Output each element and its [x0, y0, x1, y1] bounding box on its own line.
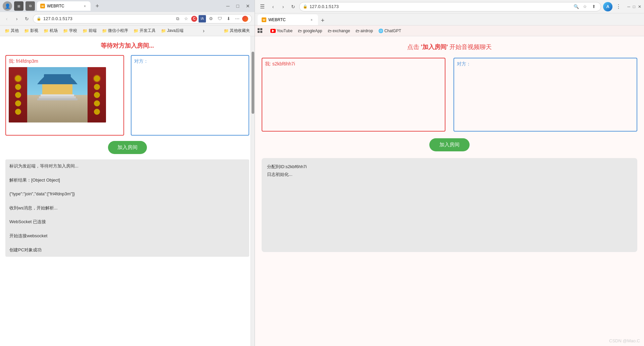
bookmark-qianduan-label: 前端: [89, 28, 97, 34]
right-join-btn[interactable]: 加入房间: [429, 138, 470, 151]
left-extension-icon[interactable]: C: [191, 16, 197, 22]
bookmark-jichang-label: 机场: [50, 28, 58, 34]
left-maximize-btn[interactable]: □: [234, 3, 241, 9]
temple-body: [42, 84, 72, 94]
right-page-content: 点击 '加入房间' 开始音视频聊天 我: s2kbf6hh7i 对方： 加入房间…: [255, 36, 644, 346]
left-address-field[interactable]: 🔒 127.0.0.1:5173 ⧉ ☆ C IA ⚙ 🛡 ⬇ ⋯: [33, 14, 252, 23]
folder-icon-java: 📁: [161, 29, 166, 33]
bookmark-chatgpt-label: ChatGPT: [384, 29, 401, 33]
bookmark-exchange-label: exchange: [333, 29, 350, 33]
left-scrollbar[interactable]: [251, 36, 255, 346]
right-new-tab-btn[interactable]: +: [318, 16, 327, 25]
right-star-icon[interactable]: ☆: [581, 3, 589, 10]
right-local-label: 我: s2kbf6hh7i: [265, 61, 442, 67]
right-share-icon[interactable]: ⬆: [590, 3, 597, 10]
right-titlebar: ☰ ‹ › ↻ 🔒 127.0.0.1:5173 🔍 ☆ ⬆ A ⋮ ─ □ ✕: [255, 0, 644, 13]
right-tab-bar: W WEBRTC × +: [255, 13, 644, 26]
bookmark-exchange[interactable]: 🗁 exchange: [326, 28, 352, 34]
left-ia-icon[interactable]: IA: [199, 15, 206, 22]
left-join-btn[interactable]: 加入房间: [108, 141, 147, 154]
left-active-tab[interactable]: W WEBRTC ×: [37, 1, 91, 11]
right-local-video-panel: 我: s2kbf6hh7i: [262, 58, 445, 132]
bookmark-java[interactable]: 📁 Java后端: [159, 27, 185, 34]
left-download-icon[interactable]: ⬇: [225, 15, 232, 22]
folder-icon-others: 📁: [224, 29, 229, 33]
bookmark-jichang[interactable]: 📁 机场: [42, 27, 60, 34]
right-pillar: [88, 67, 106, 122]
left-back-btn[interactable]: ‹: [3, 15, 11, 23]
bookmark-qita[interactable]: 📁 其他: [3, 27, 21, 34]
right-address-text: 127.0.0.1:5173: [310, 4, 571, 9]
bookmark-other-collections[interactable]: 📁 其他收藏夹: [222, 27, 252, 34]
log-line-4: WebSocket 已连接: [9, 218, 245, 226]
right-forward-btn[interactable]: ›: [279, 3, 287, 11]
left-vivaldi-icon[interactable]: [242, 16, 248, 22]
bookmark-other-label: 其他收藏夹: [230, 28, 250, 34]
left-gold-knob-4: [15, 100, 21, 106]
left-browser-window: 👤 ⊞ ⧉ W WEBRTC × + ─ □ ✕ ‹ › ↻ 🔒 127.0.0…: [0, 0, 255, 346]
chatgpt-icon: 🌐: [378, 29, 383, 33]
right-maximize-btn[interactable]: □: [633, 4, 635, 9]
right-minimize-btn[interactable]: ─: [627, 4, 630, 9]
right-gold-knob-5: [94, 109, 100, 115]
right-sidebar-toggle[interactable]: ☰: [258, 2, 267, 11]
svg-rect-3: [260, 31, 262, 33]
right-tab-close-btn[interactable]: ×: [309, 17, 314, 22]
right-apps-icon[interactable]: [258, 27, 267, 35]
left-more-icon[interactable]: ⋯: [233, 15, 241, 22]
left-tab-favicon: W: [40, 4, 45, 8]
bookmark-googleapp[interactable]: 🗁 googleApp: [296, 28, 324, 34]
bookmark-java-label: Java后端: [167, 28, 183, 34]
left-titlebar: 👤 ⊞ ⧉ W WEBRTC × + ─ □ ✕: [0, 0, 255, 12]
right-profile-btn[interactable]: A: [603, 2, 612, 11]
bookmark-yingshi[interactable]: 📁 影视: [22, 27, 40, 34]
right-back-btn[interactable]: ‹: [269, 3, 277, 11]
right-active-tab[interactable]: W WEBRTC ×: [258, 14, 318, 25]
left-new-tab-btn[interactable]: +: [93, 1, 102, 11]
log-line-1: 解析结果：[Object Object]: [9, 177, 245, 184]
bookmark-googleapp-label: googleApp: [303, 29, 322, 33]
left-star-icon[interactable]: ☆: [182, 15, 190, 22]
svg-rect-1: [260, 28, 262, 30]
left-minimize-btn[interactable]: ─: [224, 3, 232, 9]
left-tab-stack-icon[interactable]: ⧉: [25, 1, 35, 11]
right-address-field[interactable]: 🔒 127.0.0.1:5173 🔍 ☆ ⬆: [299, 2, 601, 11]
right-zoom-icon[interactable]: 🔍: [573, 3, 580, 10]
left-log-panel[interactable]: 标识为发起端，等待对方加入房间... 解析结果：[Object Object] …: [5, 159, 249, 257]
left-close-btn[interactable]: ✕: [244, 3, 252, 9]
left-screen-share-icon[interactable]: ⧉: [174, 15, 181, 22]
folder-icon: 📁: [5, 29, 10, 33]
left-gold-knob-3: [15, 92, 21, 98]
right-win-controls: ─ □ ✕: [627, 4, 641, 9]
log-line-2: {"type":"join","data":["frl4fdnp3m"]}: [9, 191, 245, 198]
folder-icon-xuexiao: 📁: [63, 29, 68, 33]
left-forward-btn[interactable]: ›: [13, 15, 21, 23]
temple-roof-mid: [41, 77, 74, 80]
left-local-label: 我: frl4fdnp3m: [9, 58, 121, 64]
left-settings-icon[interactable]: ⚙: [207, 15, 215, 22]
left-shield-icon[interactable]: 🛡: [216, 15, 223, 22]
right-gold-knob-4: [94, 100, 100, 106]
left-refresh-btn[interactable]: ↻: [23, 15, 31, 23]
bookmark-airdrop-label: airdrop: [361, 29, 373, 33]
right-refresh-btn[interactable]: ↻: [289, 3, 297, 11]
bookmark-weixin[interactable]: 📁 微信小程序: [100, 27, 130, 34]
bookmark-youtube[interactable]: YouTube: [268, 28, 294, 34]
left-tab-close-btn[interactable]: ×: [83, 4, 87, 8]
left-browser-icon[interactable]: ⊞: [14, 1, 23, 11]
left-page-title: 等待对方加入房间...: [101, 42, 154, 50]
bookmark-xuexiao[interactable]: 📁 学校: [61, 27, 79, 34]
left-profile-icon[interactable]: 👤: [3, 1, 12, 11]
left-page-content: 等待对方加入房间... 我: frl4fdnp3m: [0, 36, 255, 346]
bookmark-kaifa[interactable]: 📁 开发工具: [131, 27, 158, 34]
bookmark-airdrop[interactable]: 🗁 airdrop: [354, 28, 375, 34]
right-gold-knob-1: [94, 76, 100, 82]
bookmark-chatgpt[interactable]: 🌐 ChatGPT: [376, 28, 403, 34]
right-close-btn[interactable]: ✕: [638, 4, 641, 9]
right-log-panel[interactable]: 分配到ID:s2kbf6hh7i 日志初始化...: [262, 158, 637, 252]
bookmark-xuexiao-label: 学校: [69, 28, 77, 34]
right-tab-favicon: W: [262, 17, 266, 22]
bookmark-qianduan[interactable]: 📁 前端: [80, 27, 99, 34]
left-bookmarks-more-btn[interactable]: ›: [201, 27, 207, 35]
right-menu-btn[interactable]: ⋮: [614, 3, 623, 10]
